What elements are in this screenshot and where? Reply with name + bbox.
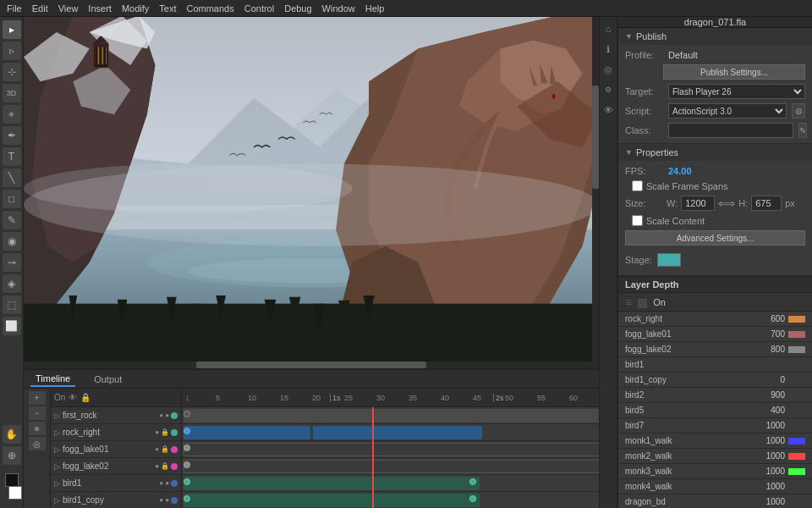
timeline-frames[interactable]: 1 5 10 15 20 1s 25 30 35 40 45 2s 50 55 (182, 389, 599, 508)
lock-icon-first-rock[interactable]: ● (165, 411, 169, 419)
lock-icon-bird1-copy[interactable]: ● (165, 496, 169, 504)
script-wrench-btn[interactable]: ⚙ (792, 103, 805, 119)
horizontal-scrollbar[interactable] (24, 362, 599, 368)
properties-header[interactable]: ▼ Properties (618, 144, 812, 161)
menu-file[interactable]: File (7, 3, 22, 14)
subselection-tool[interactable]: ▹ (3, 41, 21, 60)
menu-view[interactable]: View (58, 3, 79, 14)
menu-commands[interactable]: Commands (186, 3, 233, 14)
menu-window[interactable]: Window (322, 3, 355, 14)
canvas-area[interactable] (24, 17, 599, 368)
line-tool[interactable]: ╲ (3, 168, 21, 187)
icon-strip-gear[interactable]: ⚙ (601, 83, 615, 97)
depth-row-monk1-walk[interactable]: monk1_walk 1000 (618, 433, 812, 449)
menu-insert[interactable]: Insert (88, 3, 112, 14)
add-motion-btn[interactable]: ⊕ (29, 422, 46, 435)
menu-modify[interactable]: Modify (122, 3, 149, 14)
layer-row-bird1[interactable]: ▷ bird1 ● ● (51, 475, 181, 492)
depth-row-monk2-walk[interactable]: monk2_walk 1000 (618, 449, 812, 464)
class-pencil-btn[interactable]: ✎ (798, 123, 807, 138)
menu-debug[interactable]: Debug (284, 3, 311, 14)
rect-tool[interactable]: □ (3, 190, 21, 208)
depth-row-fogg-lake02[interactable]: fogg_lake02 800 (618, 342, 812, 357)
eyedropper-tool[interactable]: ⬚ (3, 295, 21, 314)
icon-strip-home[interactable]: ⌂ (601, 22, 615, 36)
layer-row-fogg-lake01[interactable]: ▷ fogg_lake01 ● 🔒 (51, 441, 181, 458)
text-tool[interactable]: T (3, 147, 21, 166)
delete-layer-btn[interactable]: − (29, 406, 46, 420)
vertical-scrollbar[interactable] (592, 17, 599, 362)
frame-block-fogg-lake01 (184, 443, 599, 456)
eye-icon-rock-right[interactable]: ● (155, 428, 159, 436)
fill-color[interactable] (8, 486, 22, 500)
depth-row-bird5[interactable]: bird5 400 (618, 403, 812, 418)
publish-label: Publish (636, 31, 667, 41)
depth-row-rock-right[interactable]: rock_right 600 (618, 312, 812, 327)
icon-strip-camera[interactable]: ◎ (601, 63, 615, 76)
lasso-tool[interactable]: ⌖ (3, 105, 21, 124)
advanced-settings-btn[interactable]: Advanced Settings... (625, 230, 805, 246)
menu-text[interactable]: Text (159, 3, 176, 14)
lock-icon-fogg-lake01[interactable]: 🔒 (161, 445, 169, 453)
fps-value[interactable]: 24.00 (668, 166, 692, 176)
depth-row-bird2[interactable]: bird2 900 (618, 388, 812, 403)
target-select[interactable]: Flash Player 26 (668, 84, 805, 99)
bone-tool[interactable]: ⊸ (3, 253, 21, 272)
depth-row-bird1[interactable]: bird1 (618, 357, 812, 373)
new-layer-btn[interactable]: + (29, 391, 46, 405)
depth-row-fogg-lake01[interactable]: fogg_lake01 700 (618, 327, 812, 342)
eraser-tool[interactable]: ⬜ (3, 317, 21, 335)
eye-icon-bird1[interactable]: ● (159, 479, 163, 487)
layer-row-first-rock[interactable]: ▷ first_rock ● ● (51, 407, 181, 424)
class-input[interactable] (668, 123, 793, 138)
lock-icon-rock-right[interactable]: 🔒 (161, 428, 169, 436)
depth-row-dragon-bd[interactable]: dragon_bd 1000 (618, 494, 812, 508)
tab-output[interactable]: Output (89, 373, 127, 386)
onion-skin-btn[interactable]: ◎ (29, 437, 46, 450)
selection-tool[interactable]: ▸ (3, 20, 21, 39)
brush-tool[interactable]: ◉ (3, 232, 21, 251)
tab-timeline[interactable]: Timeline (30, 372, 75, 387)
freetransform-tool[interactable]: ⊹ (3, 63, 21, 81)
layer-row-rock-right[interactable]: ▷ rock_right ● 🔒 (51, 424, 181, 441)
eye-icon-fogg-lake02[interactable]: ● (155, 462, 159, 470)
pencil-tool[interactable]: ✎ (3, 211, 21, 229)
hand-tool[interactable]: ✋ (3, 425, 21, 444)
ruler-2s: 2s (493, 394, 504, 402)
height-input[interactable] (751, 196, 782, 211)
menu-control[interactable]: Control (244, 3, 274, 14)
stage-color-swatch[interactable] (657, 253, 681, 267)
menu-help[interactable]: Help (365, 3, 385, 14)
depth-row-monk4-walk[interactable]: monk4_walk 1000 (618, 479, 812, 494)
layer-row-bird1-copy[interactable]: ▷ bird1_copy ● ● (51, 492, 181, 508)
zoom-tool[interactable]: ⊕ (3, 446, 21, 465)
depth-row-monk3-walk[interactable]: monk3_walk 1000 (618, 464, 812, 479)
pen-tool[interactable]: ✒ (3, 126, 21, 145)
eye-icon-fogg-lake01[interactable]: ● (155, 445, 159, 453)
publish-settings-btn[interactable]: Publish Settings... (663, 64, 805, 80)
menu-edit[interactable]: Edit (32, 3, 48, 14)
paint-bucket-tool[interactable]: ◈ (3, 274, 21, 293)
publish-header[interactable]: ▼ Publish (618, 28, 812, 45)
icon-strip-info[interactable]: ℹ (601, 42, 615, 56)
lock-icon-bird1[interactable]: ● (165, 479, 169, 487)
stroke-color[interactable] (5, 473, 19, 487)
h-scrollbar-thumb[interactable] (196, 362, 426, 368)
color-dot-fogg-lake01 (171, 446, 178, 453)
color-dot-bird1 (171, 480, 178, 487)
v-scrollbar-thumb[interactable] (592, 86, 599, 189)
3d-rotation-tool[interactable]: 3D (3, 84, 21, 102)
scale-frame-checkbox[interactable] (632, 180, 643, 191)
depth-row-bird1-copy[interactable]: bird1_copy 0 (618, 373, 812, 388)
layer-row-fogg-lake02[interactable]: ▷ fogg_lake02 ● 🔒 (51, 458, 181, 475)
icon-strip-eye[interactable]: 👁 (601, 103, 615, 117)
depth-row-bird7[interactable]: bird7 1000 (618, 418, 812, 433)
scale-content-checkbox[interactable] (632, 215, 643, 226)
eye-icon-first-rock[interactable]: ● (159, 411, 163, 419)
depth-num-monk1-walk: 1000 (753, 436, 785, 445)
eye-icon-bird1-copy[interactable]: ● (159, 496, 163, 504)
lock-icon-fogg-lake02[interactable]: 🔒 (161, 462, 169, 470)
script-select[interactable]: ActionScript 3.0 (668, 103, 787, 119)
depth-num-bird5: 400 (753, 406, 785, 415)
width-input[interactable] (681, 196, 715, 211)
